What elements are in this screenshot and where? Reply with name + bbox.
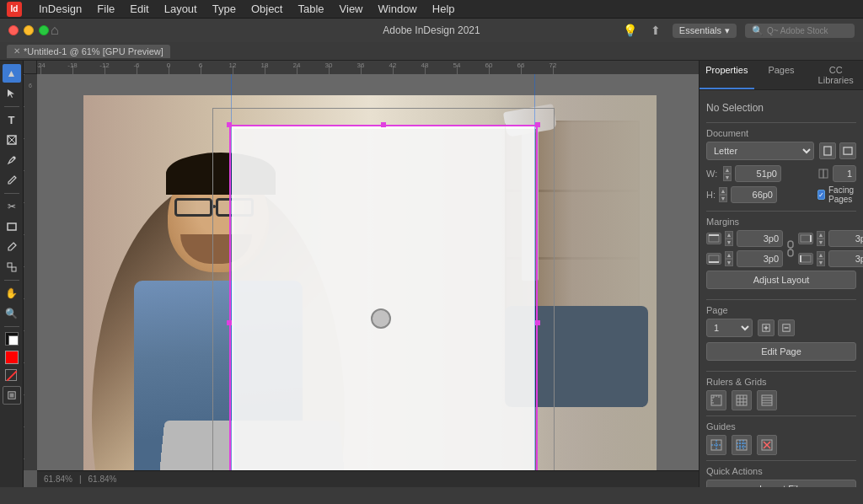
- tool-select[interactable]: ▲: [3, 64, 21, 83]
- handle-ml[interactable]: [227, 320, 232, 325]
- margin-chain-icon[interactable]: [786, 239, 795, 258]
- maximize-button[interactable]: [39, 25, 49, 35]
- color-indicator[interactable]: [5, 351, 19, 364]
- width-down[interactable]: ▼: [723, 174, 732, 181]
- menu-table[interactable]: Table: [291, 1, 330, 17]
- tool-view-mode[interactable]: [3, 386, 21, 405]
- page-number-select[interactable]: 1 2 3: [706, 319, 753, 337]
- margin-bottom-input[interactable]: [737, 250, 783, 267]
- tool-eyedropper[interactable]: [3, 238, 21, 256]
- tool-pen[interactable]: [3, 151, 21, 169]
- mt-down[interactable]: ▼: [725, 239, 733, 246]
- svg-rect-16: [788, 249, 793, 256]
- menu-window[interactable]: Window: [372, 1, 424, 17]
- ruler-mark: 72: [549, 62, 557, 69]
- width-up[interactable]: ▲: [723, 166, 732, 174]
- ml-up[interactable]: ▲: [817, 251, 825, 259]
- width-input[interactable]: [735, 165, 781, 182]
- edit-guides-icon[interactable]: [732, 435, 752, 455]
- create-guides-icon[interactable]: [706, 435, 726, 455]
- tab-pages[interactable]: Pages: [754, 61, 809, 89]
- menu-help[interactable]: Help: [426, 1, 462, 17]
- height-down[interactable]: ▼: [719, 195, 727, 202]
- ml-down[interactable]: ▼: [817, 259, 825, 266]
- essentials-button[interactable]: Essentials ▾: [673, 24, 737, 38]
- margin-top-input[interactable]: [737, 230, 783, 247]
- mr-down[interactable]: ▼: [817, 239, 825, 246]
- document-page: [232, 126, 535, 470]
- document-tab[interactable]: ✕ *Untitled-1 @ 61% [GPU Preview]: [7, 45, 170, 58]
- add-page-icon[interactable]: [758, 319, 775, 336]
- menu-file[interactable]: File: [90, 1, 121, 17]
- menu-view[interactable]: View: [333, 1, 370, 17]
- margin-left-stepper[interactable]: ▲ ▼: [817, 251, 825, 266]
- margin-top-stepper[interactable]: ▲ ▼: [725, 231, 733, 246]
- fill-color[interactable]: [5, 332, 19, 346]
- import-file-button[interactable]: Import File: [706, 480, 856, 487]
- content-grab-handle[interactable]: [371, 308, 391, 329]
- tool-rectangle[interactable]: [3, 217, 21, 236]
- preset-row: Letter A4 Custom: [706, 142, 856, 160]
- tool-frame[interactable]: [3, 131, 21, 149]
- tool-scissors[interactable]: ✂: [3, 197, 21, 216]
- menubar: Id InDesign File Edit Layout Type Object…: [0, 0, 863, 19]
- tab-properties[interactable]: Properties: [700, 61, 754, 89]
- tool-transform[interactable]: [3, 258, 21, 276]
- share-icon[interactable]: ⬆: [647, 22, 664, 39]
- search-box[interactable]: 🔍 Q~ Adobe Stock: [745, 24, 855, 38]
- height-up[interactable]: ▲: [719, 187, 727, 195]
- grid-settings-icon[interactable]: [732, 390, 752, 410]
- tab-close[interactable]: ✕: [13, 46, 20, 56]
- margin-right-input[interactable]: [828, 230, 863, 247]
- home-icon[interactable]: ⌂: [51, 23, 59, 38]
- preset-select[interactable]: Letter A4 Custom: [706, 142, 814, 160]
- mr-up[interactable]: ▲: [817, 231, 825, 239]
- mt-up[interactable]: ▲: [725, 231, 733, 239]
- margins-section-title: Margins: [706, 217, 856, 227]
- delete-page-icon[interactable]: [778, 319, 795, 336]
- tool-zoom[interactable]: 🔍: [3, 304, 21, 323]
- margin-left-input[interactable]: [828, 250, 863, 267]
- height-input[interactable]: [731, 186, 777, 203]
- handle-mr[interactable]: [535, 320, 540, 325]
- tool-hand[interactable]: ✋: [3, 284, 21, 303]
- handle-tm[interactable]: [381, 122, 386, 127]
- panel-content: No Selection Document Letter A4 Custom: [700, 90, 863, 487]
- pages-input[interactable]: [833, 165, 856, 182]
- tool-pencil[interactable]: [3, 171, 21, 190]
- menu-indesign[interactable]: InDesign: [32, 1, 88, 17]
- portrait-icon[interactable]: [819, 142, 836, 159]
- minimize-button[interactable]: [24, 25, 34, 35]
- margin-bottom-stepper[interactable]: ▲ ▼: [725, 251, 733, 266]
- ruler-settings-icon[interactable]: [706, 390, 726, 410]
- menu-layout[interactable]: Layout: [158, 1, 204, 17]
- baseline-grid-icon[interactable]: [757, 390, 777, 410]
- canvas-area[interactable]: -24 -18 -12 -6 0 6 12 18 24 30: [24, 61, 699, 487]
- menu-items: InDesign File Edit Layout Type Object Ta…: [32, 1, 462, 17]
- adjust-layout-button[interactable]: Adjust Layout: [706, 271, 856, 289]
- page-section-title: Page: [706, 305, 856, 315]
- width-stepper[interactable]: ▲ ▼: [723, 166, 732, 181]
- handle-tr[interactable]: [535, 122, 540, 127]
- tool-type[interactable]: T: [3, 110, 21, 129]
- none-indicator[interactable]: [5, 369, 19, 383]
- landscape-icon[interactable]: [839, 142, 856, 159]
- facing-pages-checkbox[interactable]: ✓: [817, 190, 825, 200]
- canvas-workspace[interactable]: [37, 74, 699, 470]
- lightbulb-icon[interactable]: 💡: [622, 22, 639, 39]
- height-label: H:: [706, 190, 716, 200]
- menu-type[interactable]: Type: [206, 1, 243, 17]
- mb-up[interactable]: ▲: [725, 251, 733, 259]
- handle-tl[interactable]: [227, 122, 232, 127]
- menu-object[interactable]: Object: [244, 1, 290, 17]
- height-stepper[interactable]: ▲ ▼: [719, 187, 727, 202]
- tab-cc-libraries[interactable]: CC Libraries: [808, 61, 863, 89]
- menu-edit[interactable]: Edit: [123, 1, 155, 17]
- edit-page-button[interactable]: Edit Page: [706, 342, 856, 361]
- ruler-mark: 60: [485, 62, 493, 69]
- close-button[interactable]: [8, 25, 19, 35]
- mb-down[interactable]: ▼: [725, 259, 733, 266]
- tool-direct-select[interactable]: [3, 84, 21, 103]
- margin-right-stepper[interactable]: ▲ ▼: [817, 231, 825, 246]
- delete-guides-icon[interactable]: [757, 435, 777, 455]
